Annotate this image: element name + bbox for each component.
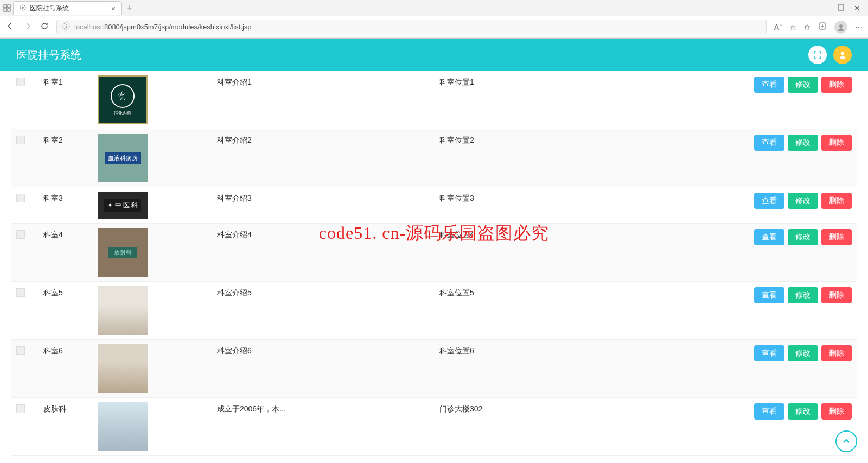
table-row: 科室4 放射科 科室介绍4 科室位置4 查看 修改 删除	[11, 224, 857, 282]
dept-name: 科室6	[43, 344, 98, 356]
table-row: 科室2 血液科病房 科室介绍2 科室位置2 查看 修改 删除	[11, 129, 857, 187]
dept-location: 科室位置4	[439, 228, 651, 240]
browser-tab[interactable]: 医院挂号系统 ×	[13, 1, 122, 15]
app-title: 医院挂号系统	[16, 48, 81, 62]
dept-name: 科室3	[43, 192, 98, 204]
view-button[interactable]: 查看	[754, 287, 784, 303]
dept-intro: 科室介绍1	[217, 75, 439, 87]
svg-point-12	[841, 52, 844, 55]
dept-intro: 科室介绍5	[217, 286, 439, 298]
tab-overview-icon[interactable]	[2, 3, 12, 13]
view-button[interactable]: 查看	[754, 403, 784, 420]
read-aloud-icon[interactable]: A»	[774, 22, 782, 31]
table-row: 科室1 消化内科 科室介绍1 科室位置1 查看 修改 删除	[11, 71, 857, 129]
view-button[interactable]: 查看	[754, 229, 784, 245]
favorites-bar-icon[interactable]: ✩	[804, 23, 810, 31]
department-list: 科室1 消化内科 科室介绍1 科室位置1 查看 修改 删除 科室2 血液科病房 …	[0, 71, 868, 456]
table-row: 科室5 科室介绍5 科室位置5 查看 修改 删除	[11, 282, 857, 340]
collections-icon[interactable]	[818, 22, 827, 32]
dept-thumbnail: 放射科	[98, 228, 148, 277]
dept-thumbnail	[98, 402, 148, 451]
dept-thumbnail: 血液科病房	[98, 134, 148, 182]
profile-icon[interactable]	[834, 21, 847, 34]
dept-location: 科室位置5	[439, 286, 651, 298]
dept-location: 门诊大楼302	[439, 402, 651, 414]
row-checkbox[interactable]	[16, 404, 25, 413]
table-row: 科室6 科室介绍6 科室位置6 查看 修改 删除	[11, 340, 857, 398]
table-row: 皮肤科 成立于2006年，本... 门诊大楼302 查看 修改 删除	[11, 398, 857, 456]
dept-thumbnail	[98, 286, 148, 335]
row-checkbox[interactable]	[16, 78, 25, 86]
fullscreen-button[interactable]	[808, 46, 827, 64]
dept-name: 科室4	[43, 228, 98, 240]
view-button[interactable]: 查看	[754, 135, 784, 151]
url-host: localhost	[74, 23, 102, 31]
browser-tab-bar: 医院挂号系统 × + — ✕	[0, 0, 868, 16]
row-checkbox[interactable]	[16, 136, 25, 144]
svg-point-13	[121, 92, 124, 95]
url-path: :8080/jspm0x5m7/jsp/modules/keshixinxi/l…	[102, 23, 251, 31]
refresh-icon[interactable]	[40, 22, 49, 32]
svg-rect-8	[66, 26, 67, 28]
edit-button[interactable]: 修改	[788, 345, 818, 361]
view-button[interactable]: 查看	[754, 193, 784, 209]
dept-intro: 成立于2006年，本...	[217, 402, 439, 414]
dept-name: 科室5	[43, 286, 98, 298]
view-button[interactable]: 查看	[754, 77, 784, 93]
new-tab-button[interactable]: +	[123, 3, 137, 14]
svg-point-11	[839, 24, 843, 28]
close-window-icon[interactable]: ✕	[854, 4, 860, 12]
user-menu-button[interactable]	[833, 46, 852, 64]
row-checkbox[interactable]	[16, 346, 25, 355]
svg-rect-3	[8, 9, 10, 11]
close-icon[interactable]: ×	[111, 4, 116, 13]
dept-name: 科室1	[43, 75, 98, 87]
maximize-icon[interactable]	[838, 4, 844, 12]
favorite-icon[interactable]: ☆	[789, 23, 796, 31]
app-header: 医院挂号系统	[0, 39, 868, 71]
edit-button[interactable]: 修改	[788, 135, 818, 151]
svg-rect-2	[4, 9, 7, 11]
row-checkbox[interactable]	[16, 194, 25, 202]
minimize-icon[interactable]: —	[820, 4, 828, 12]
edit-button[interactable]: 修改	[788, 193, 818, 209]
browser-chrome: 医院挂号系统 × + — ✕ localhost:8080/jspm0x5m7/…	[0, 0, 868, 39]
more-icon[interactable]: ⋯	[855, 23, 863, 31]
dept-thumbnail: 消化内科	[98, 75, 148, 124]
dept-intro: 科室介绍4	[217, 228, 439, 240]
dept-name: 皮肤科	[43, 402, 98, 414]
delete-button[interactable]: 删除	[821, 229, 852, 245]
delete-button[interactable]: 删除	[821, 77, 852, 93]
forward-icon	[23, 21, 33, 33]
dept-intro: 科室介绍6	[217, 344, 439, 356]
edit-button[interactable]: 修改	[788, 287, 818, 303]
dept-name: 科室2	[43, 134, 98, 145]
dept-location: 科室位置1	[439, 75, 651, 87]
svg-point-9	[66, 24, 67, 25]
scroll-to-top-button[interactable]	[835, 430, 857, 452]
delete-button[interactable]: 删除	[821, 403, 852, 420]
table-row: 科室3 ✦中 医 科 科室介绍3 科室位置3 查看 修改 删除	[11, 187, 857, 224]
edit-button[interactable]: 修改	[788, 229, 818, 245]
delete-button[interactable]: 删除	[821, 193, 852, 209]
dept-thumbnail	[98, 344, 148, 393]
url-right-icons: A» ☆ ✩ ⋯	[774, 21, 863, 34]
delete-button[interactable]: 删除	[821, 345, 852, 361]
delete-button[interactable]: 删除	[821, 287, 852, 303]
tab-site-icon	[19, 4, 27, 13]
site-info-icon[interactable]	[62, 22, 70, 31]
dept-intro: 科室介绍3	[217, 192, 439, 204]
back-icon[interactable]	[5, 21, 15, 33]
row-checkbox[interactable]	[16, 288, 25, 297]
tab-title: 医院挂号系统	[30, 4, 69, 13]
dept-location: 科室位置2	[439, 134, 651, 145]
browser-url-bar: localhost:8080/jspm0x5m7/jsp/modules/kes…	[0, 16, 868, 38]
row-checkbox[interactable]	[16, 230, 25, 239]
url-input[interactable]: localhost:8080/jspm0x5m7/jsp/modules/kes…	[56, 20, 767, 34]
edit-button[interactable]: 修改	[788, 77, 818, 93]
svg-rect-1	[8, 5, 10, 8]
edit-button[interactable]: 修改	[788, 403, 818, 420]
view-button[interactable]: 查看	[754, 345, 784, 361]
dept-location: 科室位置6	[439, 344, 651, 356]
delete-button[interactable]: 删除	[821, 135, 852, 151]
